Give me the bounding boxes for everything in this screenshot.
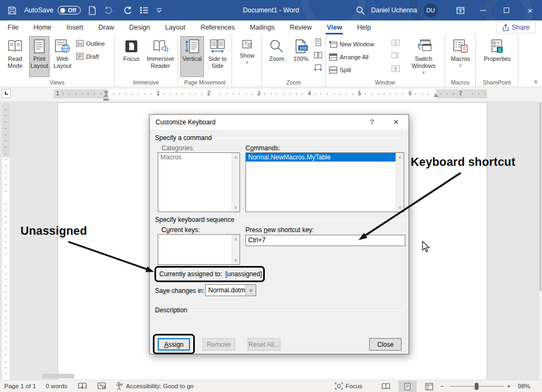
bullet-list-icon[interactable]	[140, 6, 149, 14]
right-indent-marker[interactable]	[433, 94, 439, 97]
tab-layout[interactable]: Layout	[158, 20, 193, 34]
scroll-down-icon[interactable]: ∨	[396, 204, 404, 211]
split-button[interactable]: Split	[329, 64, 351, 75]
dialog-help-button[interactable]: ?	[364, 115, 380, 130]
web-layout-view-button[interactable]	[420, 381, 438, 392]
switch-windows-button[interactable]: Switch Windows ∨	[404, 36, 443, 77]
search-icon[interactable]	[350, 0, 371, 20]
scrollbar-thumb[interactable]	[539, 102, 541, 291]
read-mode-button[interactable]: Read Mode	[3, 36, 27, 77]
commands-item-selected[interactable]: Normal.NewMacros.MyTable	[246, 153, 396, 162]
shortcut-key-input[interactable]: Ctrl+7	[245, 235, 405, 246]
scroll-down-icon[interactable]: ∨	[232, 204, 240, 211]
scroll-up-icon[interactable]: ∧	[232, 153, 240, 161]
tab-references[interactable]: References	[193, 20, 242, 34]
zoom-slider-handle[interactable]	[475, 383, 478, 390]
save-icon[interactable]	[8, 6, 17, 15]
save-changes-dropdown[interactable]: Normal.dotm ∨	[205, 284, 256, 296]
group-show: Show ∨	[232, 34, 262, 87]
vertical-scrollbar[interactable]	[538, 101, 542, 380]
view-side-by-side-button[interactable]	[390, 38, 401, 47]
word-count[interactable]: 0 words	[46, 380, 67, 392]
tab-design[interactable]: Design	[122, 20, 158, 34]
focus-mode-button[interactable]: Focus	[335, 380, 362, 392]
close-button[interactable]: ×	[518, 0, 542, 20]
one-page-button[interactable]	[313, 37, 323, 47]
macros-button[interactable]: Macros ∨	[448, 36, 473, 77]
web-layout-button[interactable]: Web Layout	[51, 36, 74, 77]
reset-window-position-button[interactable]	[390, 64, 401, 73]
undo-icon[interactable]	[104, 6, 116, 15]
scroll-up-icon[interactable]: ∧	[396, 153, 404, 161]
tab-selector-button[interactable]	[2, 89, 11, 98]
horizontal-ruler[interactable]: 1 1 2 3 4 5 6 7	[54, 89, 487, 99]
reset-all-button[interactable]: Reset All...	[248, 338, 280, 351]
dropdown-chevron-icon[interactable]: ∨	[245, 285, 256, 296]
zoom-out-button[interactable]: −	[440, 380, 444, 392]
draft-button[interactable]: Draft	[76, 51, 99, 62]
tab-view[interactable]: View	[319, 20, 349, 34]
scroll-up-icon[interactable]: ∧	[232, 235, 240, 243]
categories-item[interactable]: Macros	[158, 153, 240, 162]
proofing-icon[interactable]	[78, 380, 87, 392]
minimize-button[interactable]	[471, 0, 495, 20]
macro-record-icon[interactable]	[97, 380, 106, 392]
categories-listbox[interactable]: Macros ∧ ∨	[158, 152, 240, 212]
print-layout-view-button[interactable]	[398, 381, 417, 392]
zoom-in-button[interactable]: +	[507, 380, 511, 392]
share-button[interactable]: Share	[496, 22, 536, 33]
print-layout-button[interactable]: Print Layout	[29, 36, 50, 77]
tab-draw[interactable]: Draw	[91, 20, 122, 34]
accessibility-checker[interactable]: Accessibility: Good to go	[115, 380, 194, 392]
customize-qat-chevron-icon[interactable]	[156, 8, 162, 13]
close-dialog-button[interactable]: Close	[369, 338, 402, 351]
commands-listbox[interactable]: Normal.NewMacros.MyTable ∧ ∨	[245, 152, 404, 212]
vertical-button[interactable]: Vertical	[180, 36, 204, 77]
dialog-close-icon[interactable]: ×	[387, 115, 405, 130]
new-window-button[interactable]: New Window	[329, 38, 374, 50]
current-keys-scrollbar[interactable]: ∧ ∨	[231, 235, 240, 264]
show-button[interactable]: Show ∨	[235, 36, 259, 77]
autosave-switch[interactable]: Off	[58, 6, 81, 15]
arrange-all-button[interactable]: Arrange All	[329, 51, 369, 62]
autosave-toggle[interactable]: AutoSave Off	[24, 6, 81, 15]
categories-scrollbar[interactable]: ∧ ∨	[231, 153, 240, 212]
left-indent-marker[interactable]	[103, 99, 109, 101]
read-mode-icon	[7, 39, 23, 54]
side-to-side-button[interactable]: Side to Side	[205, 36, 230, 77]
vertical-ruler[interactable]	[2, 103, 10, 380]
dialog-title-bar[interactable]: Customize Keyboard ? ×	[150, 115, 409, 130]
scroll-down-icon[interactable]: ∨	[232, 256, 240, 264]
commands-scrollbar[interactable]: ∧ ∨	[396, 153, 404, 212]
horizontal-scrollbar-thumb[interactable]	[42, 374, 74, 379]
tab-insert[interactable]: Insert	[59, 20, 91, 34]
maximize-button[interactable]	[495, 0, 518, 20]
tab-review[interactable]: Review	[282, 20, 319, 34]
user-name[interactable]: Daniel Uchenna	[371, 6, 417, 14]
tab-file[interactable]: File	[0, 20, 26, 34]
redo-icon[interactable]	[123, 6, 132, 15]
zoom-button[interactable]: Zoom	[265, 36, 288, 77]
ribbon-display-options-icon[interactable]	[449, 0, 471, 20]
multiple-pages-button[interactable]	[313, 50, 323, 60]
tab-help[interactable]: Help	[349, 20, 378, 34]
synchronous-scrolling-button[interactable]	[390, 51, 401, 60]
tab-home[interactable]: Home	[26, 20, 59, 34]
collapse-ribbon-icon[interactable]: ∧	[534, 79, 538, 85]
hanging-indent-marker[interactable]	[103, 94, 109, 97]
remove-button[interactable]: Remove	[202, 338, 235, 351]
new-document-icon[interactable]	[88, 6, 96, 15]
status-bar: Page 1 of 1 0 words Accessibility: Good …	[0, 380, 542, 392]
focus-button[interactable]: Focus	[119, 36, 144, 77]
page-width-button[interactable]	[313, 63, 323, 73]
avatar[interactable]: DU	[424, 3, 438, 17]
zoom-100-button[interactable]: 100 100%	[290, 36, 312, 77]
current-keys-listbox[interactable]: ∧ ∨	[158, 234, 240, 265]
tab-mailings[interactable]: Mailings	[242, 20, 282, 34]
outline-button[interactable]: Outline	[76, 38, 105, 49]
properties-button[interactable]: S Properties	[481, 36, 513, 77]
page-count[interactable]: Page 1 of 1	[4, 380, 36, 392]
read-mode-view-button[interactable]	[377, 381, 395, 392]
zoom-percentage[interactable]: 98%	[518, 380, 530, 392]
immersive-reader-button[interactable]: Immersive Reader	[145, 36, 176, 77]
